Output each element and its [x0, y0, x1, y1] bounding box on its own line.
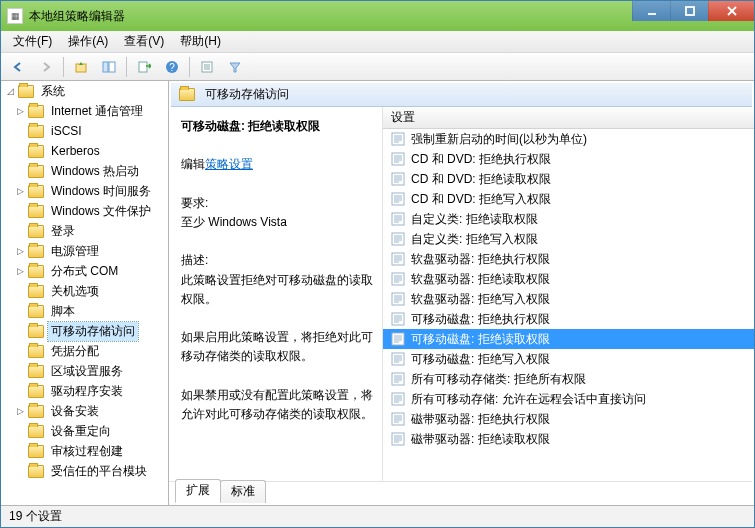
tree-item[interactable]: 区域设置服务: [1, 361, 168, 381]
requirements-label: 要求:: [181, 194, 374, 213]
policy-icon: [391, 152, 405, 166]
settings-rows[interactable]: 强制重新启动的时间(以秒为单位)CD 和 DVD: 拒绝执行权限CD 和 DVD…: [383, 129, 754, 481]
tree-root-node[interactable]: ◿系统: [1, 81, 168, 101]
folder-icon: [28, 345, 44, 358]
maximize-button[interactable]: [670, 1, 708, 21]
svg-rect-34: [392, 213, 404, 225]
expand-icon[interactable]: ▷: [15, 406, 26, 417]
tree-item[interactable]: 关机选项: [1, 281, 168, 301]
policy-icon: [391, 432, 405, 446]
svg-rect-14: [392, 133, 404, 145]
tree-item[interactable]: 可移动存储访问: [1, 321, 168, 341]
tree-root-label: 系统: [38, 82, 68, 101]
policy-name: 可移动磁盘: 拒绝读取权限: [181, 117, 374, 136]
tree-item[interactable]: 驱动程序安装: [1, 381, 168, 401]
expand-icon[interactable]: ▷: [15, 106, 26, 117]
svg-rect-69: [392, 353, 404, 365]
filter-button[interactable]: [224, 56, 246, 78]
toolbar-separator: [189, 57, 190, 77]
settings-row-label: 磁带驱动器: 拒绝读取权限: [411, 431, 550, 448]
tree-item[interactable]: ▷分布式 COM: [1, 261, 168, 281]
help-button[interactable]: ?: [161, 56, 183, 78]
menu-view[interactable]: 查看(V): [116, 31, 172, 52]
folder-icon: [28, 145, 44, 158]
tree-item[interactable]: ▷电源管理: [1, 241, 168, 261]
tree-item[interactable]: Windows 文件保护: [1, 201, 168, 221]
policy-icon: [391, 292, 405, 306]
folder-icon: [28, 125, 44, 138]
expand-spacer: [15, 286, 26, 297]
properties-button[interactable]: [196, 56, 218, 78]
folder-icon: [18, 85, 34, 98]
close-button[interactable]: [708, 1, 754, 21]
settings-row[interactable]: 可移动磁盘: 拒绝执行权限: [383, 309, 754, 329]
collapse-icon[interactable]: ◿: [5, 86, 16, 97]
expand-spacer: [15, 466, 26, 477]
toolbar: ?: [1, 53, 754, 81]
tree-item[interactable]: 审核过程创建: [1, 441, 168, 461]
column-header[interactable]: 设置: [383, 107, 754, 129]
settings-row[interactable]: 强制重新启动的时间(以秒为单位): [383, 129, 754, 149]
settings-row-label: 软盘驱动器: 拒绝读取权限: [411, 271, 550, 288]
tree-item-label: 可移动存储访问: [48, 322, 138, 341]
tree-item-label: 分布式 COM: [48, 262, 121, 281]
settings-row[interactable]: CD 和 DVD: 拒绝执行权限: [383, 149, 754, 169]
settings-row[interactable]: 自定义类: 拒绝写入权限: [383, 229, 754, 249]
toolbar-separator: [63, 57, 64, 77]
settings-row[interactable]: 所有可移动存储: 允许在远程会话中直接访问: [383, 389, 754, 409]
tree-item[interactable]: ▷Internet 通信管理: [1, 101, 168, 121]
tree-item[interactable]: ▷Windows 时间服务: [1, 181, 168, 201]
tree-item[interactable]: Kerberos: [1, 141, 168, 161]
settings-row[interactable]: 软盘驱动器: 拒绝执行权限: [383, 249, 754, 269]
folder-icon: [28, 325, 44, 338]
settings-row[interactable]: 可移动磁盘: 拒绝读取权限: [383, 329, 754, 349]
export-list-button[interactable]: [133, 56, 155, 78]
settings-row[interactable]: CD 和 DVD: 拒绝写入权限: [383, 189, 754, 209]
tree-item-label: 脚本: [48, 302, 78, 321]
description-text-3: 如果禁用或没有配置此策略设置，将允许对此可移动存储类的读取权限。: [181, 386, 374, 424]
expand-spacer: [15, 426, 26, 437]
tree-item[interactable]: 登录: [1, 221, 168, 241]
expand-icon[interactable]: ▷: [15, 186, 26, 197]
policy-icon: [391, 172, 405, 186]
expand-spacer: [15, 126, 26, 137]
up-button[interactable]: [70, 56, 92, 78]
status-text: 19 个设置: [9, 508, 62, 525]
menu-action[interactable]: 操作(A): [60, 31, 116, 52]
expand-icon[interactable]: ▷: [15, 246, 26, 257]
settings-row[interactable]: 软盘驱动器: 拒绝写入权限: [383, 289, 754, 309]
settings-row[interactable]: 可移动磁盘: 拒绝写入权限: [383, 349, 754, 369]
tree-item[interactable]: 凭据分配: [1, 341, 168, 361]
settings-row-label: 自定义类: 拒绝读取权限: [411, 211, 538, 228]
settings-row[interactable]: 软盘驱动器: 拒绝读取权限: [383, 269, 754, 289]
menu-help[interactable]: 帮助(H): [172, 31, 229, 52]
settings-row[interactable]: 所有可移动存储类: 拒绝所有权限: [383, 369, 754, 389]
expand-icon[interactable]: ▷: [15, 266, 26, 277]
expand-spacer: [15, 386, 26, 397]
detail-body: 可移动磁盘: 拒绝读取权限 编辑策略设置 要求: 至少 Windows Vist…: [169, 107, 754, 481]
settings-row[interactable]: 磁带驱动器: 拒绝执行权限: [383, 409, 754, 429]
tree-pane[interactable]: ◿系统▷Internet 通信管理iSCSIKerberosWindows 热启…: [1, 81, 169, 505]
settings-row-label: 自定义类: 拒绝写入权限: [411, 231, 538, 248]
menu-file[interactable]: 文件(F): [5, 31, 60, 52]
tree-item-label: Windows 文件保护: [48, 202, 154, 221]
tree-item[interactable]: iSCSI: [1, 121, 168, 141]
folder-icon: [28, 465, 44, 478]
titlebar[interactable]: ▦ 本地组策略编辑器: [1, 1, 754, 31]
tree-item[interactable]: 受信任的平台模块: [1, 461, 168, 481]
tab-standard[interactable]: 标准: [220, 480, 266, 503]
tree-item[interactable]: 设备重定向: [1, 421, 168, 441]
tree-item[interactable]: 脚本: [1, 301, 168, 321]
tab-extended[interactable]: 扩展: [175, 479, 221, 503]
forward-button[interactable]: [35, 56, 57, 78]
settings-row[interactable]: 自定义类: 拒绝读取权限: [383, 209, 754, 229]
tree-item[interactable]: Windows 热启动: [1, 161, 168, 181]
settings-row[interactable]: 磁带驱动器: 拒绝读取权限: [383, 429, 754, 449]
edit-link-row: 编辑策略设置: [181, 155, 374, 174]
tree-item[interactable]: ▷设备安装: [1, 401, 168, 421]
back-button[interactable]: [7, 56, 29, 78]
minimize-button[interactable]: [632, 1, 670, 21]
edit-policy-link[interactable]: 策略设置: [205, 157, 253, 171]
settings-row[interactable]: CD 和 DVD: 拒绝读取权限: [383, 169, 754, 189]
show-hide-tree-button[interactable]: [98, 56, 120, 78]
